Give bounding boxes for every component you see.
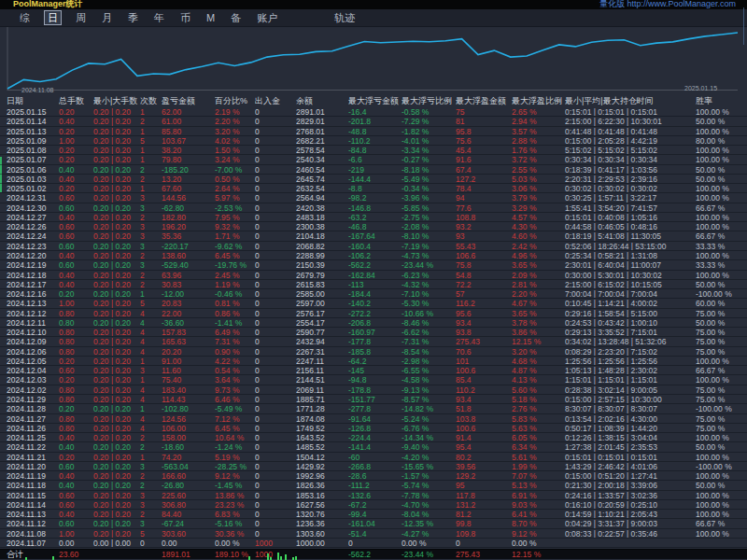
- table-row[interactable]: 2024.12.240.600.20 | 0.20335.361.71 %021…: [0, 231, 747, 241]
- table-row[interactable]: 2025.01.070.200.20 | 0.20179.803.24 %025…: [0, 155, 747, 164]
- menu-item-1[interactable]: 综: [18, 11, 32, 24]
- column-header-13: 最小|平均|最大持仓时间: [565, 94, 696, 107]
- table-row[interactable]: 2024.12.060.800.20 | 0.20420.200.90 %022…: [0, 347, 747, 357]
- menu-item-7[interactable]: 币: [178, 11, 192, 24]
- table-row[interactable]: 2024.12.110.800.20 | 0.204-36.60-1.41 %0…: [0, 318, 747, 328]
- table-cell: 0.20: [59, 155, 93, 163]
- table-row[interactable]: 2024.11.260.800.20 | 0.204106.006.45 %01…: [0, 424, 747, 433]
- table-cell: 0.20 | 0.20: [93, 385, 140, 394]
- column-header-3: 最小|大手数: [93, 94, 140, 107]
- table-row[interactable]: 2024.11.290.800.20 | 0.204114.436.46 %01…: [0, 395, 747, 404]
- menu-item-9[interactable]: 备: [229, 11, 243, 24]
- table-row[interactable]: 2024.12.050.200.20 | 0.20191.004.22 %022…: [0, 357, 747, 366]
- table-row[interactable]: 2024.11.220.400.20 | 0.202-18.60-1.24 %0…: [0, 442, 747, 452]
- table-row[interactable]: 2024.11.081.000.20 | 0.205303.6030.36 %0…: [0, 529, 747, 539]
- table-cell: 2024.11.13: [7, 510, 59, 518]
- menu-item-2[interactable]: 日: [44, 10, 62, 25]
- table-row[interactable]: 2024.12.160.200.20 | 0.201-12.00-0.46 %0…: [0, 289, 747, 299]
- table-row[interactable]: 2025.01.020.200.20 | 0.20167.602.64 %026…: [0, 184, 747, 193]
- table-cell: 0: [255, 309, 296, 317]
- table-cell: -266.8: [348, 462, 402, 470]
- table-cell: 1303.60: [296, 529, 348, 538]
- table-cell: 0: [255, 385, 296, 394]
- table-row[interactable]: 2024.12.120.800.20 | 0.20422.000.86 %025…: [0, 309, 747, 318]
- table-row[interactable]: 2025.01.130.200.20 | 0.20185.803.20 %027…: [0, 127, 747, 136]
- table-cell: 0: [255, 337, 296, 345]
- table-row[interactable]: 2024.12.270.400.20 | 0.202182.807.95 %02…: [0, 213, 747, 222]
- column-header-10: 最大浮亏比例: [402, 94, 456, 107]
- table-cell: -6.23 %: [402, 271, 456, 279]
- table-row[interactable]: 2025.01.150.200.20 | 0.20162.002.19 %028…: [0, 107, 747, 117]
- table-cell: 2024.12.18: [7, 271, 59, 279]
- table-row[interactable]: 2024.11.280.200.20 | 0.201-102.80-5.49 %…: [0, 404, 747, 413]
- table-cell: 95.8: [456, 127, 512, 135]
- table-row[interactable]: 2024.11.270.800.20 | 0.204124.567.12 %01…: [0, 414, 747, 424]
- table-row[interactable]: 2024.12.200.400.20 | 0.202138.606.45 %02…: [0, 251, 747, 260]
- menu-item-11[interactable]: 轨迹: [332, 11, 357, 24]
- table-row[interactable]: 2024.11.190.400.20 | 0.202166.609.12 %01…: [0, 471, 747, 481]
- table-row[interactable]: 2024.11.130.400.20 | 0.20284.406.83 %013…: [0, 510, 747, 519]
- table-cell: 2024.11.18: [7, 481, 59, 489]
- table-cell: 0.40: [59, 510, 93, 518]
- table-row[interactable]: 2024.11.140.600.20 | 0.203306.8023.23 %0…: [0, 500, 747, 510]
- table-row[interactable]: 2024.12.100.800.20 | 0.204157.836.49 %02…: [0, 328, 747, 337]
- table-cell: 0: [140, 539, 162, 547]
- menu-item-10[interactable]: 账户: [255, 11, 279, 24]
- table-row[interactable]: 2024.11.200.600.20 | 0.203-563.04-28.25 …: [0, 462, 747, 471]
- table-row[interactable]: 2024.12.310.600.20 | 0.203144.565.97 %02…: [0, 193, 747, 203]
- table-row[interactable]: 2024.12.131.000.20 | 0.20520.830.81 %025…: [0, 299, 747, 308]
- table-cell: -277.8: [348, 404, 402, 413]
- table-cell: 0.40: [59, 471, 93, 480]
- table-row[interactable]: 2024.11.250.400.20 | 0.202158.0010.64 %0…: [0, 433, 747, 442]
- table-row[interactable]: 2024.11.180.400.20 | 0.202-26.80-1.45 %0…: [0, 481, 747, 490]
- table-row[interactable]: 2024.12.260.600.20 | 0.203196.209.32 %02…: [0, 222, 747, 231]
- table-row[interactable]: 2024.12.090.800.20 | 0.204165.637.31 %02…: [0, 337, 747, 346]
- scrollbar-edge[interactable]: [743, 7, 744, 45]
- menu-item-4[interactable]: 月: [100, 11, 114, 24]
- table-row[interactable]: 2025.01.140.400.20 | 0.20261.002.20 %028…: [0, 117, 747, 126]
- table-cell: 2024.11.22: [7, 442, 59, 451]
- table-cell: 2483.18: [296, 213, 348, 221]
- table-row[interactable]: 2025.01.030.400.20 | 0.20213.200.50 %026…: [0, 175, 747, 184]
- table-row[interactable]: 2024.12.190.600.20 | 0.203-529.40-19.76 …: [0, 260, 747, 270]
- table-row[interactable]: 2024.12.180.400.20 | 0.20263.962.45 %026…: [0, 271, 747, 280]
- table-row[interactable]: 2024.11.210.200.20 | 0.20174.205.19 %015…: [0, 453, 747, 462]
- table-cell: 3: [140, 222, 162, 231]
- mini-bar: [280, 556, 282, 560]
- menu-item-8[interactable]: M: [204, 11, 217, 24]
- table-cell: [696, 550, 740, 558]
- table-row[interactable]: 2024.12.230.600.20 | 0.203-220.17-9.62 %…: [0, 242, 747, 251]
- table-cell: 75.00 %: [696, 424, 740, 432]
- table-cell: [696, 539, 740, 547]
- table-row[interactable]: 2025.01.080.200.20 | 0.20138.201.50 %025…: [0, 146, 747, 155]
- table-row[interactable]: 2024.12.020.800.20 | 0.204183.409.73 %02…: [0, 385, 747, 395]
- table-row[interactable]: 2024.12.030.200.20 | 0.20175.403.64 %021…: [0, 375, 747, 385]
- menu-item-5[interactable]: 季: [126, 11, 140, 24]
- table-cell: 0.20 | 0.20: [93, 271, 140, 279]
- table-row[interactable]: 2024.11.150.600.20 | 0.203225.6013.86 %0…: [0, 491, 747, 500]
- table-row[interactable]: 2024.12.300.600.20 | 0.203-62.80-2.53 %0…: [0, 203, 747, 213]
- table-row[interactable]: 2024.12.170.400.20 | 0.20230.831.19 %026…: [0, 280, 747, 289]
- table-cell: 0: [255, 242, 296, 250]
- table-cell: 157.83: [162, 328, 215, 336]
- table-row[interactable]: 2025.01.060.400.20 | 0.202-185.20-7.00 %…: [0, 165, 747, 175]
- table-cell: -7.00 %: [215, 165, 255, 174]
- menu-item-3[interactable]: 周: [74, 11, 88, 24]
- table-row[interactable]: 2024.11.070.000.00 | 0.0000.000.00 %1000…: [0, 539, 747, 548]
- menu-item-6[interactable]: 年: [152, 11, 166, 24]
- table-cell: 4.87 %: [512, 366, 565, 374]
- table-cell: 275.43: [456, 337, 512, 345]
- table-row[interactable]: 2024.11.120.600.20 | 0.203-67.24-5.16 %0…: [0, 519, 747, 528]
- table-cell: 3.86 %: [512, 328, 565, 336]
- table-cell: 0.20 | 0.20: [93, 117, 140, 125]
- table-cell: 23.60: [59, 550, 93, 558]
- table-cell: 4.57 %: [512, 213, 565, 221]
- table-cell: 63.96: [162, 271, 215, 279]
- table-cell: 0:34:02 | 13:28:48 | 51:32:06: [565, 337, 696, 345]
- table-row[interactable]: 2024.12.040.600.20 | 0.20311.600.54 %021…: [0, 366, 747, 375]
- table-cell: 0.20 | 0.20: [93, 165, 140, 174]
- table-cell: 81.2: [456, 510, 512, 518]
- vendor-link[interactable]: 量化版 http://www.PoolManager.com: [599, 0, 736, 9]
- table-cell: 275.43: [456, 550, 512, 558]
- table-row[interactable]: 2025.01.091.000.20 | 0.205103.674.02 %02…: [0, 136, 747, 146]
